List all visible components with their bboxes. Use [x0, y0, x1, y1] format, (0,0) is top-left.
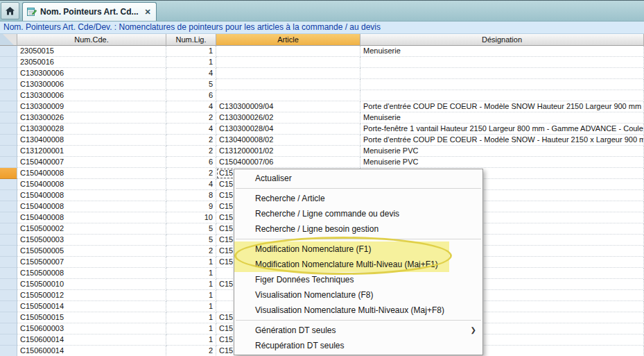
cell-designation[interactable]: Menuiserie PVC — [360, 146, 644, 157]
row-selector[interactable] — [0, 57, 17, 68]
cell-designation[interactable]: Porte d'entrée COUP DE COEUR - Modèle SN… — [360, 101, 644, 112]
menu-item[interactable]: Figer Données Techniques — [234, 272, 482, 287]
table-row[interactable]: C1303000262C130300026/02Menuiserie — [0, 112, 644, 124]
row-selector[interactable] — [0, 201, 17, 212]
row-selector[interactable] — [0, 212, 17, 223]
row-selector[interactable] — [0, 334, 17, 346]
cell-num-lig[interactable]: 5 — [166, 235, 216, 246]
cell-num-lig[interactable]: 6 — [166, 157, 216, 168]
column-header-designation[interactable]: Désignation — [360, 34, 644, 46]
row-selector[interactable] — [0, 246, 17, 257]
cell-article[interactable]: C130300026/02 — [216, 112, 360, 124]
row-selector[interactable] — [0, 190, 17, 201]
cell-num-cde[interactable]: C150500012 — [17, 290, 166, 301]
cell-article[interactable]: C131200001/02 — [216, 146, 360, 157]
row-selector[interactable] — [0, 301, 17, 312]
cell-num-lig[interactable]: 1 — [166, 312, 216, 323]
cell-article[interactable]: C130300028/04 — [216, 124, 360, 135]
menu-item[interactable]: Modification Nomenclature (F1) — [234, 241, 482, 257]
cell-num-lig[interactable]: 6 — [166, 90, 216, 101]
cell-num-cde[interactable]: C150500007 — [17, 257, 166, 268]
menu-item[interactable]: Récupération DT seules — [234, 338, 482, 353]
cell-article[interactable] — [216, 79, 360, 90]
row-selector[interactable] — [0, 157, 17, 168]
cell-designation[interactable]: Menuiserie — [360, 46, 644, 57]
menu-item[interactable]: Recherche / Ligne commande ou devis — [234, 206, 482, 221]
table-row[interactable]: C1303000064 — [0, 68, 644, 79]
cell-num-lig[interactable]: 4 — [166, 179, 216, 190]
cell-num-lig[interactable]: 1 — [166, 257, 216, 268]
cell-article[interactable] — [216, 90, 360, 101]
cell-num-lig[interactable]: 1 — [166, 323, 216, 334]
table-row[interactable]: C1303000284C130300028/04Porte-fenêtre 1 … — [0, 124, 644, 135]
row-selector[interactable] — [0, 257, 17, 268]
cell-article[interactable] — [216, 57, 360, 68]
cell-article[interactable] — [216, 68, 360, 79]
cell-article[interactable]: C150400007/06 — [216, 157, 360, 168]
row-selector[interactable] — [0, 90, 17, 101]
row-selector[interactable] — [0, 79, 17, 90]
cell-num-cde[interactable]: C150400008 — [17, 212, 166, 223]
cell-num-cde[interactable]: C150600014 — [17, 334, 166, 346]
cell-designation[interactable]: Porte d'entrée COUP DE COEUR - Modèle SN… — [360, 135, 644, 146]
row-selector[interactable] — [0, 235, 17, 246]
cell-num-cde[interactable]: C150500014 — [17, 301, 166, 312]
cell-designation[interactable] — [360, 90, 644, 101]
cell-num-lig[interactable]: 1 — [166, 334, 216, 346]
table-row[interactable]: C1304000082C130400008/02Porte d'entrée C… — [0, 135, 644, 146]
cell-num-lig[interactable]: 2 — [166, 112, 216, 124]
row-selector[interactable] — [0, 135, 17, 146]
table-row[interactable]: C1303000066 — [0, 90, 644, 101]
cell-num-cde[interactable]: C131200001 — [17, 146, 166, 157]
row-selector[interactable] — [0, 312, 17, 323]
cell-article[interactable]: C130300009/04 — [216, 101, 360, 112]
cell-designation[interactable] — [360, 68, 644, 79]
cell-num-cde[interactable]: C130400008 — [17, 135, 166, 146]
cell-num-lig[interactable]: 2 — [166, 346, 216, 356]
cell-num-lig[interactable]: 1 — [166, 301, 216, 312]
home-button[interactable] — [1, 2, 19, 19]
cell-num-lig[interactable]: 8 — [166, 190, 216, 201]
row-selector[interactable] — [0, 68, 17, 79]
cell-num-cde[interactable]: 23050015 — [17, 46, 166, 57]
column-header-num-cde[interactable]: Num.Cde. — [17, 34, 166, 46]
column-header-article[interactable]: Article — [216, 34, 360, 46]
cell-num-cde[interactable]: C150400008 — [17, 168, 166, 179]
cell-designation[interactable] — [360, 79, 644, 90]
cell-num-cde[interactable]: C130300009 — [17, 101, 166, 112]
tab-nom-pointeurs[interactable]: Nom. Pointeurs Art. Cd... ✕ — [22, 2, 157, 21]
cell-designation[interactable]: Porte-fenêtre 1 vantail Hauteur 2150 Lar… — [360, 124, 644, 135]
cell-num-cde[interactable]: C130300026 — [17, 112, 166, 124]
menu-item[interactable]: Visualisation Nomenclature Multi-Niveaux… — [234, 303, 482, 318]
table-row[interactable]: C1303000094C130300009/04Porte d'entrée C… — [0, 101, 644, 112]
cell-num-cde[interactable]: C150400008 — [17, 179, 166, 190]
column-header-num-lig[interactable]: Num.Lig. — [166, 34, 216, 46]
cell-num-lig[interactable]: 1 — [166, 279, 216, 290]
menu-item[interactable]: Visualisation Nomenclature (F8) — [234, 287, 482, 303]
cell-num-cde[interactable]: C150500008 — [17, 268, 166, 279]
table-row[interactable]: C1312000012C131200001/02Menuiserie PVC — [0, 146, 644, 157]
row-selector[interactable] — [0, 323, 17, 334]
cell-num-lig[interactable]: 1 — [166, 57, 216, 68]
cell-num-lig[interactable]: 4 — [166, 101, 216, 112]
cell-num-lig[interactable]: 1 — [166, 290, 216, 301]
table-row[interactable]: C1303000065 — [0, 79, 644, 90]
row-selector[interactable] — [0, 46, 17, 57]
cell-num-cde[interactable]: C150400007 — [17, 157, 166, 168]
cell-num-lig[interactable]: 5 — [166, 79, 216, 90]
cell-num-lig[interactable]: 2 — [166, 246, 216, 257]
row-selector[interactable] — [0, 279, 17, 290]
cell-designation[interactable] — [360, 57, 644, 68]
menu-item[interactable]: Recherche / Article — [234, 191, 482, 206]
cell-num-cde[interactable]: C130300028 — [17, 124, 166, 135]
cell-num-cde[interactable]: 23050016 — [17, 57, 166, 68]
table-row[interactable]: 230500151Menuiserie — [0, 46, 644, 57]
cell-num-lig[interactable]: 1 — [166, 46, 216, 57]
grid-corner-cell[interactable] — [0, 34, 17, 46]
menu-item[interactable]: Génération DT seules❯ — [234, 323, 482, 338]
cell-num-cde[interactable]: C150400008 — [17, 201, 166, 212]
row-selector[interactable] — [0, 146, 17, 157]
cell-num-cde[interactable]: C150600003 — [17, 323, 166, 334]
cell-num-cde[interactable]: C150500002 — [17, 223, 166, 235]
cell-num-lig[interactable]: 1 — [166, 268, 216, 279]
